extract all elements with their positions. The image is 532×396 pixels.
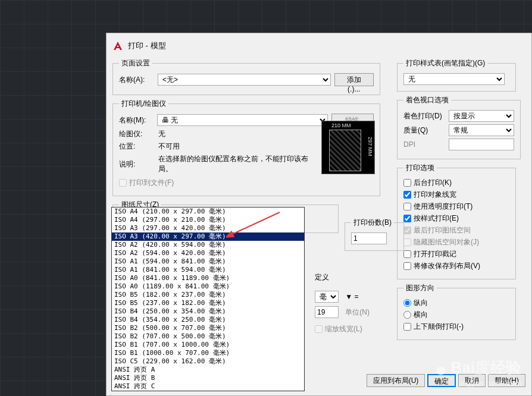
paper-size-option[interactable]: ISO B1 (1000.00 x 707.00 毫米) — [112, 349, 304, 357]
printer-legend: 打印机/绘图仪 — [119, 99, 168, 109]
shade-legend: 着色视口选项 — [403, 95, 451, 105]
paper-preview: 210 MM 297 MM — [321, 121, 375, 174]
orientation-legend: 图形方向 — [403, 283, 437, 293]
page-setup-legend: 页面设置 — [119, 58, 152, 68]
paper-size-option[interactable]: ANSI 跨页 C — [112, 382, 304, 391]
paper-size-option[interactable]: ISO A3 (297.00 x 420.00 毫米) — [112, 224, 304, 232]
paper-size-option[interactable]: ISO A0 (841.00 x 1189.00 毫米) — [112, 274, 304, 282]
ok-button[interactable]: 确定 — [427, 374, 456, 387]
printer-name-label: 名称(M): — [119, 115, 154, 125]
preview-height-label: 297 MM — [367, 137, 373, 156]
landscape-radio[interactable] — [403, 311, 411, 319]
plot-style-legend: 打印样式表(画笔指定)(G) — [403, 58, 487, 68]
unit-label: 单位(N) — [345, 308, 370, 316]
quality-label: 质量(Q) — [403, 125, 445, 136]
page-setup-group: 页面设置 名称(A): <无> 添加(.)... — [112, 58, 380, 95]
stamp-checkbox[interactable] — [403, 250, 411, 258]
desc-value: 在选择新的绘图仪配置名称之前，不能打印该布局。 — [158, 154, 319, 174]
paper-size-option[interactable]: ISO B5 (237.00 x 182.00 毫米) — [112, 299, 304, 307]
location-label: 位置: — [119, 142, 155, 152]
linewidth-label: 打印对象线宽 — [414, 190, 456, 200]
paper-size-option[interactable]: ISO B5 (182.00 x 237.00 毫米) — [112, 291, 304, 299]
page-name-select[interactable]: <无> — [158, 74, 331, 86]
shade-plot-label: 着色打印(D) — [403, 111, 445, 121]
upside-label: 上下颠倒打印(-) — [414, 322, 464, 332]
plot-style-select[interactable]: 无 — [403, 73, 505, 85]
add-button[interactable]: 添加(.)... — [334, 73, 374, 86]
transparency-checkbox[interactable] — [403, 203, 411, 210]
save-layout-label: 将修改保存到布局(V) — [414, 261, 480, 271]
copies-legend: 打印份数(B) — [351, 218, 394, 228]
paper-size-option[interactable]: ISO A4 (297.00 x 210.00 毫米) — [112, 216, 304, 224]
dpi-input — [449, 139, 514, 150]
quality-select[interactable]: 常规 — [449, 124, 514, 136]
preview-width-label: 210 MM — [331, 122, 351, 128]
cancel-button[interactable]: 取消 — [458, 374, 486, 387]
style-print-label: 按样式打印(E) — [414, 213, 459, 224]
paper-size-option[interactable]: ISO A1 (841.00 x 594.00 毫米) — [112, 266, 304, 274]
orientation-group: 图形方向 纵向 横向 上下颠倒打印(-) A — [397, 283, 516, 340]
paper-size-option[interactable]: ANSI 跨页 B — [112, 374, 304, 382]
help-button[interactable]: 帮助(H) — [488, 374, 525, 387]
copies-group: 打印份数(B) — [345, 218, 404, 251]
linewidth-checkbox[interactable] — [403, 191, 411, 199]
paper-size-option[interactable]: ISO B2 (707.00 x 500.00 毫米) — [112, 332, 304, 341]
paper-last-checkbox — [403, 227, 411, 234]
desc-label: 说明: — [119, 159, 155, 169]
paper-size-option[interactable]: ISO B4 (250.00 x 354.00 毫米) — [112, 307, 304, 316]
portrait-radio[interactable] — [403, 299, 411, 307]
unit-value-input[interactable] — [315, 306, 339, 318]
style-print-checkbox[interactable] — [403, 215, 411, 222]
scale-lineweight-label: 缩放线宽(L) — [325, 324, 362, 334]
plotter-value: 无 — [158, 129, 165, 139]
preview-paper-icon — [329, 130, 361, 171]
paper-size-option[interactable]: ISO C5 (229.00 x 162.00 毫米) — [112, 357, 304, 366]
paper-size-option[interactable]: ISO A4 (210.00 x 297.00 毫米) — [112, 208, 304, 216]
scale-lineweight-checkbox — [315, 325, 323, 333]
paper-size-option[interactable]: ISO B1 (707.00 x 1000.00 毫米) — [112, 341, 304, 349]
define-label: 定义 — [315, 273, 329, 281]
plot-options-group: 打印选项 后台打印(K) 打印对象线宽 使用透明度打印(T) 按样式打印(E) … — [397, 163, 516, 279]
transparency-label: 使用透明度打印(T) — [414, 202, 472, 212]
dialog-title: 打印 - 模型 — [128, 40, 166, 51]
printer-group: 打印机/绘图仪 名称(M): 🖶 无 特性(R)... 绘图仪: 无 位置: 不… — [112, 99, 380, 196]
paper-size-option[interactable]: ISO A0 (1189.00 x 841.00 毫米) — [112, 282, 304, 291]
plot-options-legend: 打印选项 — [403, 163, 437, 173]
landscape-label: 横向 — [414, 310, 428, 320]
paper-size-option[interactable]: ISO B4 (354.00 x 250.00 毫米) — [112, 316, 304, 324]
paper-size-option[interactable]: ISO A2 (594.00 x 420.00 毫米) — [112, 249, 304, 257]
hide-paper-checkbox — [403, 238, 411, 246]
hide-paper-label: 隐藏图纸空间对象(J) — [414, 237, 479, 247]
upside-checkbox[interactable] — [403, 323, 411, 331]
shade-group: 着色视口选项 着色打印(D) 按显示 质量(Q) 常规 DPI — [397, 95, 521, 159]
plot-style-group: 打印样式表(画笔指定)(G) 无 — [397, 58, 516, 92]
paper-size-option[interactable]: ANSI 跨页 A — [112, 366, 304, 374]
print-to-file-checkbox — [119, 179, 127, 187]
shade-plot-select[interactable]: 按显示 — [449, 110, 514, 122]
save-layout-checkbox[interactable] — [403, 262, 411, 270]
portrait-label: 纵向 — [414, 298, 428, 308]
paper-size-option[interactable]: ISO B2 (500.00 x 707.00 毫米) — [112, 324, 304, 332]
autocad-logo-icon — [112, 40, 123, 51]
paper-size-option[interactable]: ISO A1 (594.00 x 841.00 毫米) — [112, 257, 304, 266]
plotter-label: 绘图仪: — [119, 129, 155, 139]
printer-name-select[interactable]: 🖶 无 — [157, 114, 328, 126]
paper-size-option[interactable]: ISO A3 (420.00 x 297.00 毫米) — [112, 232, 304, 241]
dpi-label: DPI — [403, 140, 445, 149]
bg-print-label: 后台打印(K) — [414, 178, 452, 188]
stamp-label: 打开打印戳记 — [414, 249, 456, 259]
paper-last-label: 最后打印图纸空间 — [414, 225, 471, 235]
location-value: 不可用 — [158, 142, 180, 152]
paper-size-dropdown[interactable]: ISO A4 (210.00 x 297.00 毫米)ISO A4 (297.0… — [111, 207, 305, 391]
page-name-label: 名称(A): — [119, 75, 154, 85]
paper-size-option[interactable]: ISO A2 (420.00 x 594.00 毫米) — [112, 241, 304, 249]
mm-select[interactable]: 毫米 — [315, 291, 339, 303]
paper-size-option[interactable]: ANSI 跨页 D — [112, 391, 304, 391]
apply-layout-button[interactable]: 应用到布局(U) — [367, 374, 425, 387]
copies-input[interactable] — [351, 232, 387, 244]
bg-print-checkbox[interactable] — [403, 179, 411, 187]
print-to-file-label: 打印到文件(F) — [129, 178, 174, 188]
